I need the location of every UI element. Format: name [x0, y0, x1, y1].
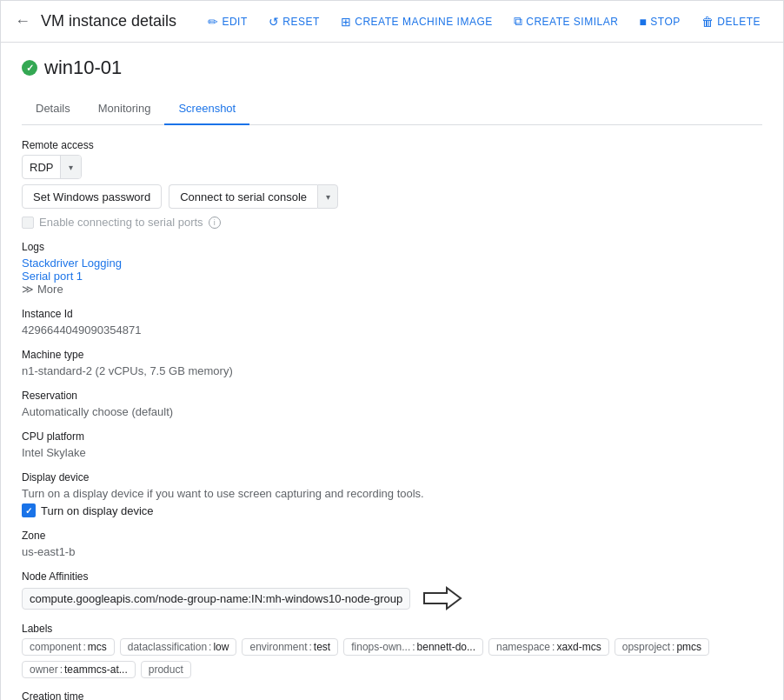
cpu-platform-value: Intel Skylake	[22, 446, 762, 459]
list-item: product	[141, 661, 191, 678]
machine-type-value: n1-standard-2 (2 vCPUs, 7.5 GB memory)	[22, 364, 762, 377]
create-machine-image-icon: ⊞	[341, 15, 352, 29]
tab-screenshot[interactable]: Screenshot	[164, 93, 249, 125]
rdp-select[interactable]: RDP ▾	[22, 155, 82, 179]
set-windows-password-button[interactable]: Set Windows password	[22, 184, 162, 209]
instance-title-row: win10-01	[22, 57, 762, 79]
connect-serial-dropdown[interactable]: ▾	[317, 184, 338, 209]
svg-marker-0	[424, 588, 461, 609]
delete-icon: 🗑	[701, 15, 714, 29]
node-affinities-label: Node Affinities	[22, 570, 762, 583]
rdp-row: RDP ▾	[22, 155, 762, 179]
enable-serial-row: Enable connecting to serial ports i	[22, 216, 762, 229]
list-item: owner : teammcs-at...	[22, 661, 136, 678]
node-affinities-section: Node Affinities compute.googleapis.com/n…	[22, 570, 762, 610]
labels-row: component : mcs dataclassification : low…	[22, 638, 762, 678]
reset-icon: ↺	[269, 15, 280, 29]
list-item: finops-own... : bennett-do...	[343, 638, 483, 656]
instance-id-section: Instance Id 4296644049090354871	[22, 308, 762, 337]
back-button[interactable]: ←	[15, 12, 30, 30]
stop-icon: ■	[639, 15, 647, 29]
stop-button[interactable]: ■ STOP	[630, 8, 688, 36]
chevron-down-icon: ≫	[22, 283, 34, 296]
connect-row: Set Windows password Connect to serial c…	[22, 184, 762, 209]
main-content: win10-01 Details Monitoring Screenshot R…	[1, 43, 783, 700]
display-device-checkbox-label: Turn on display device	[41, 504, 154, 517]
display-device-checkbox[interactable]	[22, 503, 36, 517]
page-title: VM instance details	[41, 12, 189, 30]
creation-time-section: Creation time Jul 2, 2020, 1:49 PM :49 P…	[22, 690, 762, 700]
logs-section: Logs Stackdriver Logging Serial port 1 ≫…	[22, 241, 762, 296]
creation-time-label: Creation time	[22, 690, 762, 700]
cpu-platform-section: CPU platform Intel Skylake	[22, 430, 762, 459]
list-item: environment : test	[242, 638, 338, 656]
header: ← VM instance details ✏ EDIT ↺ RESET ⊞ C…	[1, 1, 783, 43]
create-similar-icon: ⧉	[514, 14, 523, 29]
zone-label: Zone	[22, 530, 762, 542]
tabs-bar: Details Monitoring Screenshot	[22, 93, 762, 125]
logs-more[interactable]: ≫ More	[22, 283, 762, 296]
header-actions: ✏ EDIT ↺ RESET ⊞ CREATE MACHINE IMAGE ⧉ …	[199, 8, 769, 36]
reservation-section: Reservation Automatically choose (defaul…	[22, 390, 762, 418]
arrow-right-annotation	[421, 586, 462, 610]
rdp-label: RDP	[23, 161, 60, 174]
remote-access-label: Remote access	[22, 139, 762, 151]
display-device-label: Display device	[22, 471, 762, 483]
edit-icon: ✏	[208, 15, 219, 29]
display-device-description: Turn on a display device if you want to …	[22, 487, 762, 500]
remote-access-section: Remote access RDP ▾ Set Windows password…	[22, 139, 762, 229]
reservation-label: Reservation	[22, 390, 762, 402]
labels-label: Labels	[22, 623, 762, 635]
machine-type-label: Machine type	[22, 349, 762, 361]
reset-button[interactable]: ↺ RESET	[260, 8, 329, 36]
labels-section: Labels component : mcs dataclassificatio…	[22, 623, 762, 678]
tab-details[interactable]: Details	[22, 93, 84, 125]
list-item: dataclassification : low	[120, 638, 237, 656]
list-item: opsproject : pmcs	[615, 638, 709, 656]
display-device-checkbox-row: Turn on display device	[22, 503, 762, 517]
node-affinity-value: compute.googleapis.com/node-group-name:I…	[22, 588, 410, 610]
logs-stackdriver[interactable]: Stackdriver Logging	[22, 257, 762, 270]
cpu-platform-label: CPU platform	[22, 430, 762, 443]
enable-serial-label: Enable connecting to serial ports	[39, 216, 203, 229]
instance-name: win10-01	[44, 57, 122, 79]
create-similar-button[interactable]: ⧉ CREATE SIMILAR	[505, 8, 628, 36]
display-device-section: Display device Turn on a display device …	[22, 471, 762, 517]
edit-button[interactable]: ✏ EDIT	[199, 8, 256, 36]
logs-label: Logs	[22, 241, 762, 253]
zone-section: Zone us-east1-b	[22, 530, 762, 558]
reservation-value: Automatically choose (default)	[22, 405, 762, 418]
zone-value: us-east1-b	[22, 545, 762, 558]
info-icon[interactable]: i	[209, 217, 221, 229]
delete-button[interactable]: 🗑 DELETE	[693, 8, 769, 36]
list-item: component : mcs	[22, 638, 115, 656]
tab-monitoring[interactable]: Monitoring	[84, 93, 165, 125]
instance-id-value: 4296644049090354871	[22, 323, 762, 337]
enable-serial-checkbox[interactable]	[22, 217, 34, 229]
connect-serial-button[interactable]: Connect to serial console	[169, 184, 317, 209]
list-item: namespace : xaxd-mcs	[488, 638, 609, 656]
status-indicator	[22, 60, 37, 76]
machine-type-section: Machine type n1-standard-2 (2 vCPUs, 7.5…	[22, 349, 762, 377]
instance-id-label: Instance Id	[22, 308, 762, 320]
logs-serial-port[interactable]: Serial port 1	[22, 270, 762, 283]
rdp-dropdown-arrow[interactable]: ▾	[60, 155, 81, 179]
create-machine-image-button[interactable]: ⊞ CREATE MACHINE IMAGE	[332, 8, 502, 36]
